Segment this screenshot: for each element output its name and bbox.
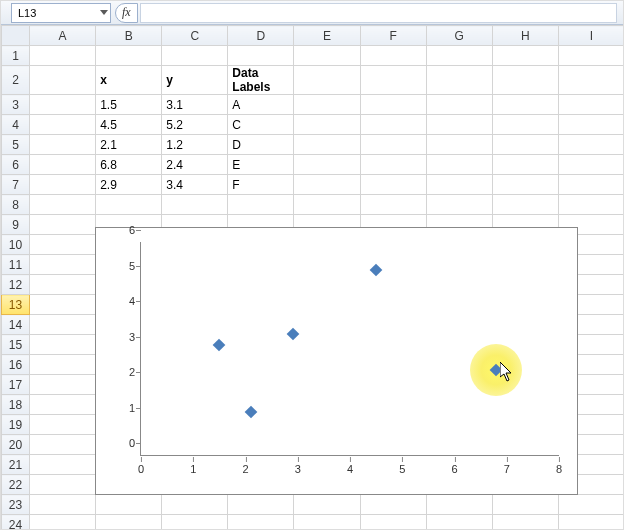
- row-header[interactable]: 5: [2, 135, 30, 155]
- cell[interactable]: [360, 135, 426, 155]
- cell[interactable]: [30, 46, 96, 66]
- cell[interactable]: [492, 175, 558, 195]
- cell[interactable]: D: [228, 135, 294, 155]
- cell[interactable]: [96, 495, 162, 515]
- cell[interactable]: [294, 66, 360, 95]
- cell[interactable]: [360, 515, 426, 531]
- cell[interactable]: 2.1: [96, 135, 162, 155]
- chevron-down-icon[interactable]: [100, 10, 108, 15]
- cell[interactable]: [30, 115, 96, 135]
- cell[interactable]: [492, 515, 558, 531]
- cell[interactable]: [228, 195, 294, 215]
- row-header[interactable]: 4: [2, 115, 30, 135]
- cell[interactable]: F: [228, 175, 294, 195]
- cell[interactable]: [360, 95, 426, 115]
- cell[interactable]: [294, 95, 360, 115]
- cell[interactable]: [294, 175, 360, 195]
- cell[interactable]: [426, 495, 492, 515]
- cell[interactable]: [558, 115, 624, 135]
- cell[interactable]: [96, 195, 162, 215]
- col-header[interactable]: B: [96, 26, 162, 46]
- row-header[interactable]: 20: [2, 435, 30, 455]
- cell[interactable]: [558, 515, 624, 531]
- col-header[interactable]: E: [294, 26, 360, 46]
- cell[interactable]: [492, 135, 558, 155]
- cell[interactable]: [558, 495, 624, 515]
- cell[interactable]: [426, 155, 492, 175]
- fx-button[interactable]: fx: [115, 3, 138, 23]
- cell[interactable]: Data Labels: [228, 66, 294, 95]
- plot-area[interactable]: 0123456012345678: [140, 242, 559, 456]
- cell[interactable]: 6.8: [96, 155, 162, 175]
- cell[interactable]: x: [96, 66, 162, 95]
- cell[interactable]: [30, 175, 96, 195]
- cell[interactable]: [426, 515, 492, 531]
- cell[interactable]: [294, 115, 360, 135]
- cell[interactable]: [360, 66, 426, 95]
- cell[interactable]: [558, 46, 624, 66]
- cell[interactable]: [294, 195, 360, 215]
- select-all-corner[interactable]: [2, 26, 30, 46]
- row-header[interactable]: 2: [2, 66, 30, 95]
- row-header[interactable]: 14: [2, 315, 30, 335]
- row-header[interactable]: 9: [2, 215, 30, 235]
- cell[interactable]: [30, 95, 96, 115]
- cell[interactable]: [30, 335, 96, 355]
- data-point[interactable]: [213, 339, 226, 352]
- cell[interactable]: [30, 455, 96, 475]
- cell[interactable]: 1.2: [162, 135, 228, 155]
- row-header[interactable]: 16: [2, 355, 30, 375]
- row-header[interactable]: 21: [2, 455, 30, 475]
- cell[interactable]: 4.5: [96, 115, 162, 135]
- cell[interactable]: [30, 375, 96, 395]
- cell[interactable]: [30, 395, 96, 415]
- cell[interactable]: [426, 195, 492, 215]
- cell[interactable]: [30, 495, 96, 515]
- col-header[interactable]: D: [228, 26, 294, 46]
- row-header[interactable]: 22: [2, 475, 30, 495]
- cell[interactable]: [360, 115, 426, 135]
- cell[interactable]: [492, 95, 558, 115]
- cell[interactable]: [228, 46, 294, 66]
- cell[interactable]: [96, 46, 162, 66]
- cell[interactable]: [30, 315, 96, 335]
- cell[interactable]: [360, 46, 426, 66]
- cell[interactable]: 3.4: [162, 175, 228, 195]
- cell[interactable]: [30, 235, 96, 255]
- cell[interactable]: [30, 135, 96, 155]
- cell[interactable]: [558, 95, 624, 115]
- row-header[interactable]: 15: [2, 335, 30, 355]
- cell[interactable]: [30, 275, 96, 295]
- cell[interactable]: [30, 515, 96, 531]
- cell[interactable]: [30, 415, 96, 435]
- col-header[interactable]: F: [360, 26, 426, 46]
- col-header[interactable]: H: [492, 26, 558, 46]
- row-header[interactable]: 3: [2, 95, 30, 115]
- row-header[interactable]: 12: [2, 275, 30, 295]
- cell[interactable]: [360, 155, 426, 175]
- cell[interactable]: [558, 175, 624, 195]
- cell[interactable]: [492, 195, 558, 215]
- cell[interactable]: [426, 46, 492, 66]
- cell[interactable]: [492, 46, 558, 66]
- cell[interactable]: [294, 46, 360, 66]
- cell[interactable]: [558, 66, 624, 95]
- cell[interactable]: [360, 495, 426, 515]
- col-header[interactable]: C: [162, 26, 228, 46]
- cell[interactable]: [294, 135, 360, 155]
- cell[interactable]: 2.9: [96, 175, 162, 195]
- cell[interactable]: [426, 115, 492, 135]
- row-header[interactable]: 1: [2, 46, 30, 66]
- cell[interactable]: y: [162, 66, 228, 95]
- data-point[interactable]: [370, 264, 383, 277]
- cell[interactable]: [558, 155, 624, 175]
- cell[interactable]: A: [228, 95, 294, 115]
- cell[interactable]: [426, 66, 492, 95]
- row-header[interactable]: 13: [2, 295, 30, 315]
- row-header[interactable]: 7: [2, 175, 30, 195]
- formula-input[interactable]: [140, 3, 617, 23]
- cell[interactable]: [162, 195, 228, 215]
- cell[interactable]: [30, 215, 96, 235]
- row-header[interactable]: 17: [2, 375, 30, 395]
- cell[interactable]: [228, 515, 294, 531]
